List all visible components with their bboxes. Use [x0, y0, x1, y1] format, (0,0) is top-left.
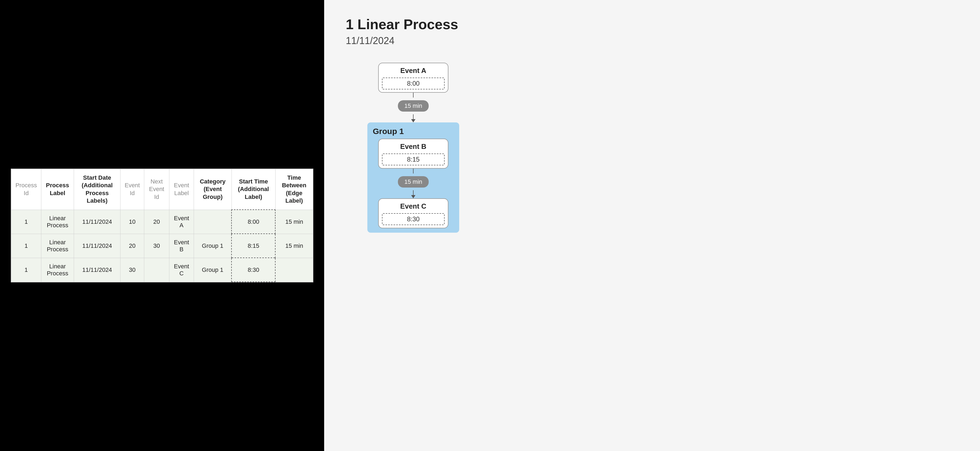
event-a-time: 8:00	[382, 78, 445, 89]
cell-time-between-1: 15 min	[275, 210, 313, 234]
event-c-title: Event C	[379, 199, 448, 212]
cell-start-time-2: 8:15	[231, 234, 275, 258]
cell-event-label-1: Event A	[169, 210, 194, 234]
event-a-title: Event A	[379, 63, 448, 76]
edge-label-2: 15 min	[398, 176, 429, 188]
process-diagram: Event A 8:00 15 min Group 1 Event B 8:15…	[346, 63, 481, 233]
connector-arrow-1	[411, 119, 415, 123]
cell-start-date-3: 11/11/2024	[74, 258, 120, 282]
left-panel: Process Id Process Label Start Date (Add…	[0, 0, 324, 451]
connector-line-2b	[413, 190, 414, 195]
data-table: Process Id Process Label Start Date (Add…	[11, 169, 313, 282]
cell-category-1	[194, 210, 232, 234]
table-row: 1 Linear Process 11/11/2024 20 30 Event …	[11, 234, 313, 258]
cell-event-id-1: 10	[121, 210, 144, 234]
group-label: Group 1	[373, 127, 404, 136]
edge-label-1: 15 min	[398, 100, 429, 112]
cell-process-id-3: 1	[11, 258, 41, 282]
right-panel: 1 Linear Process 11/11/2024 Event A 8:00…	[324, 0, 980, 451]
col-header-category: Category (Event Group)	[194, 169, 232, 210]
col-header-start-date: Start Date (Additional Process Labels)	[74, 169, 120, 210]
event-node-b: Event B 8:15	[378, 139, 449, 169]
connector-1: 15 min	[398, 93, 429, 123]
col-header-process-label: Process Label	[41, 169, 74, 210]
col-header-start-time: Start Time (Additional Label)	[231, 169, 275, 210]
connector-line-1	[413, 93, 414, 97]
cell-category-3: Group 1	[194, 258, 232, 282]
cell-start-date-2: 11/11/2024	[74, 234, 120, 258]
cell-time-between-3	[275, 258, 313, 282]
event-c-time: 8:30	[382, 213, 445, 225]
event-node-c: Event C 8:30	[378, 198, 449, 228]
connector-2: 15 min	[398, 169, 429, 198]
cell-process-id-2: 1	[11, 234, 41, 258]
group-box: Group 1 Event B 8:15 15 min Event C 8:30	[368, 123, 459, 233]
connector-arrow-2	[411, 195, 415, 198]
cell-process-id-1: 1	[11, 210, 41, 234]
cell-category-2: Group 1	[194, 234, 232, 258]
connector-line-1b	[413, 114, 414, 119]
cell-start-time-3: 8:30	[231, 258, 275, 282]
event-node-a: Event A 8:00	[378, 63, 449, 93]
cell-next-event-id-1: 20	[144, 210, 169, 234]
table-row: 1 Linear Process 11/11/2024 30 Event C G…	[11, 258, 313, 282]
cell-event-id-2: 20	[121, 234, 144, 258]
cell-start-date-1: 11/11/2024	[74, 210, 120, 234]
col-header-time-between: Time Between (Edge Label)	[275, 169, 313, 210]
col-header-event-id: Event Id	[121, 169, 144, 210]
cell-event-label-3: Event C	[169, 258, 194, 282]
event-b-time: 8:15	[382, 153, 445, 166]
cell-process-label-3: Linear Process	[41, 258, 74, 282]
col-header-process-id: Process Id	[11, 169, 41, 210]
event-b-title: Event B	[379, 139, 448, 152]
cell-time-between-2: 15 min	[275, 234, 313, 258]
cell-next-event-id-3	[144, 258, 169, 282]
table-row: 1 Linear Process 11/11/2024 10 20 Event …	[11, 210, 313, 234]
col-header-next-event-id: Next Event Id	[144, 169, 169, 210]
process-date: 11/11/2024	[346, 35, 395, 46]
connector-line-2	[413, 169, 414, 174]
cell-event-id-3: 30	[121, 258, 144, 282]
cell-next-event-id-2: 30	[144, 234, 169, 258]
cell-event-label-2: Event B	[169, 234, 194, 258]
process-title: 1 Linear Process	[346, 16, 458, 32]
col-header-event-label: Event Label	[169, 169, 194, 210]
data-table-wrapper: Process Id Process Label Start Date (Add…	[11, 169, 313, 283]
cell-process-label-1: Linear Process	[41, 210, 74, 234]
cell-process-label-2: Linear Process	[41, 234, 74, 258]
cell-start-time-1: 8:00	[231, 210, 275, 234]
